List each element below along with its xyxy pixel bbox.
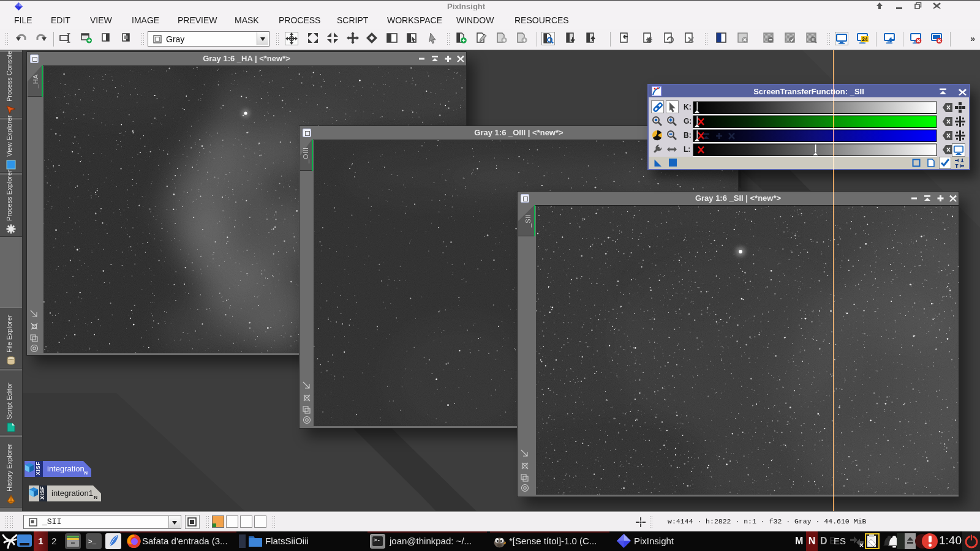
svg-text:24: 24 — [862, 36, 868, 42]
